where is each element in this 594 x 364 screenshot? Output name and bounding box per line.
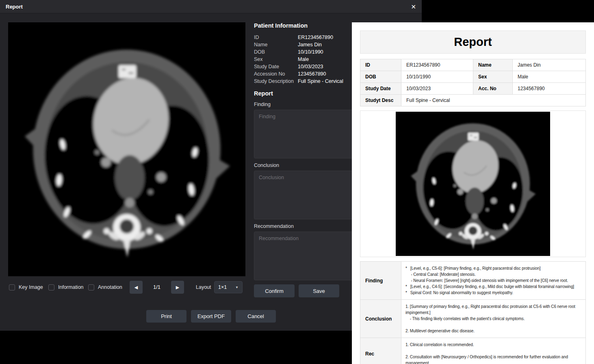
accession-no-value: 1234567890 [298, 70, 326, 78]
information-checkbox[interactable] [48, 284, 54, 290]
preview-id-label: ID [360, 59, 401, 71]
table-row: Rec 1. Clinical correlation is recommend… [360, 338, 586, 364]
key-image-checkbox-label: Key Image [19, 284, 43, 290]
study-date-value: 10/03/2023 [298, 63, 323, 70]
patient-name-label: Name [254, 41, 298, 48]
annotation-checkbox[interactable] [88, 284, 94, 290]
preview-conclusion-label: Conclusion [360, 300, 401, 338]
preview-image-box [360, 110, 586, 257]
layout-dropdown-value: 1×1 [218, 284, 227, 290]
dialog-footer-buttons: Print Export PDF Cancel [146, 310, 276, 323]
next-page-button[interactable]: ▶ [171, 281, 184, 294]
table-row: Finding * [Level, e.g., C5-6]: [Primary … [360, 262, 586, 300]
preview-acc-no-value: 1234567890 [513, 83, 586, 95]
preview-acc-no-label: Acc. No [473, 83, 513, 95]
patient-name-value: James Din [298, 41, 322, 48]
preview-ct-image [396, 112, 550, 256]
study-description-label: Study Description [254, 78, 298, 85]
preview-rec-text: 1. Clinical correlation is recommended. … [401, 338, 586, 364]
report-preview-panel: Report ID ER1234567890 Name James Din DO… [352, 22, 594, 364]
preview-dob-label: DOB [360, 71, 401, 83]
patient-sex-label: Sex [254, 56, 298, 63]
viewer-controls: Key Image Information Annotation ◀ 1/1 ▶… [0, 281, 254, 294]
annotation-checkbox-label: Annotation [98, 284, 122, 290]
patient-dob-value: 10/10/1990 [298, 48, 323, 56]
information-option: Information [48, 281, 84, 294]
close-icon[interactable]: ✕ [411, 4, 416, 10]
image-viewport[interactable] [8, 22, 245, 276]
layout-dropdown[interactable]: 1×1 ▼ [214, 281, 243, 293]
accession-no-label: Accession No [254, 70, 298, 78]
patient-sex-value: Male [298, 56, 309, 63]
export-pdf-button[interactable]: Export PDF [191, 310, 231, 323]
chevron-right-icon: ▶ [176, 285, 179, 290]
save-button[interactable]: Save [299, 284, 339, 297]
cancel-button[interactable]: Cancel [236, 310, 276, 323]
preview-title: Report [360, 30, 586, 54]
preview-id-value: ER1234567890 [401, 59, 473, 71]
patient-id-value: ER1234567890 [298, 34, 333, 41]
preview-sex-value: Male [513, 71, 586, 83]
page-indicator: 1/1 [147, 281, 167, 294]
preview-study-date-label: Study Date [360, 83, 401, 95]
table-row: Study Date 10/03/2023 Acc. No 1234567890 [360, 83, 586, 95]
information-checkbox-label: Information [58, 284, 84, 290]
preview-sex-label: Sex [473, 71, 513, 83]
table-row: Studyt Desc Full Spine - Cervical [360, 95, 586, 106]
preview-study-date-value: 10/03/2023 [401, 83, 473, 95]
confirm-button[interactable]: Confirm [254, 284, 295, 297]
print-button[interactable]: Print [146, 310, 186, 323]
preview-finding-label: Finding [360, 262, 401, 300]
study-description-value: Full Spine - Cervical [298, 78, 343, 85]
preview-rec-label: Rec [360, 338, 401, 364]
ct-axial-slice-image [8, 22, 245, 276]
dialog-titlebar: Report ✕ [0, 0, 422, 13]
study-date-label: Study Date [254, 63, 298, 70]
annotation-option: Annotation [88, 281, 122, 294]
chevron-left-icon: ◀ [134, 285, 138, 290]
key-image-checkbox[interactable] [9, 284, 15, 290]
dialog-title: Report [6, 4, 23, 10]
table-row: Conclusion 1. [Summary of primary findin… [360, 300, 586, 338]
key-image-option: Key Image [9, 281, 43, 294]
preview-conclusion-text: 1. [Summary of primary finding, e.g., Ri… [401, 300, 586, 338]
table-row: ID ER1234567890 Name James Din [360, 59, 586, 71]
preview-study-desc-value: Full Spine - Cervical [401, 95, 586, 106]
preview-name-value: James Din [513, 59, 586, 71]
patient-dob-label: DOB [254, 48, 298, 56]
layout-label: Layout [196, 281, 211, 294]
preview-name-label: Name [473, 59, 513, 71]
preview-sections-table: Finding * [Level, e.g., C5-6]: [Primary … [360, 261, 586, 364]
ct-axial-slice-image [396, 112, 550, 256]
preview-patient-table: ID ER1234567890 Name James Din DOB 10/10… [360, 59, 586, 106]
chevron-down-icon: ▼ [235, 286, 238, 289]
preview-dob-value: 10/10/1990 [401, 71, 473, 83]
preview-finding-text: * [Level, e.g., C5-6]: [Primary finding,… [401, 262, 586, 300]
patient-id-label: ID [254, 34, 298, 41]
preview-study-desc-label: Studyt Desc [360, 95, 401, 106]
table-row: DOB 10/10/1990 Sex Male [360, 71, 586, 83]
previous-page-button[interactable]: ◀ [130, 281, 143, 294]
